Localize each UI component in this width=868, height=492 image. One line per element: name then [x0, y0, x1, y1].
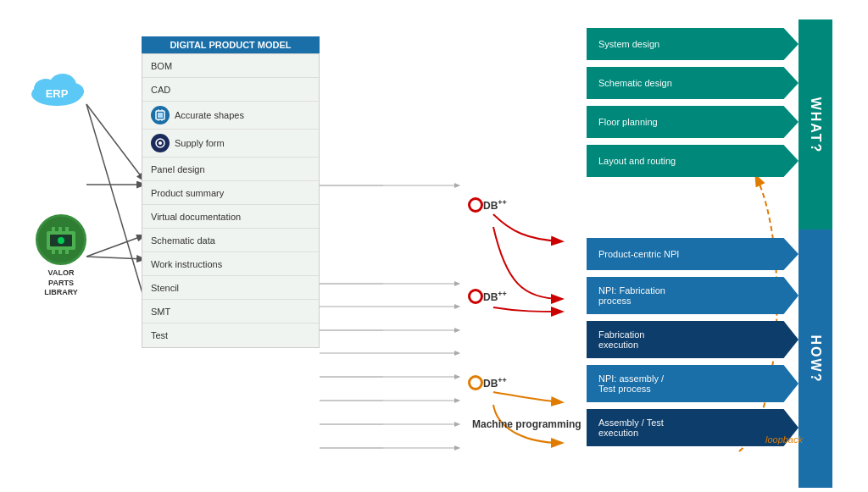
how-section: HOW? Product-centric NPI NPI: Fabricatio… — [570, 229, 832, 484]
svg-rect-30 — [58, 249, 62, 254]
dpm-item-bom: BOM — [142, 54, 319, 78]
dpm-list: BOM CAD — [142, 53, 320, 348]
what-btn-system-design: System design — [587, 28, 798, 60]
supply-form-icon — [151, 134, 170, 152]
npi-assembly-label: NPI: assembly /Test process — [598, 373, 664, 394]
valor-svg — [40, 218, 82, 261]
machine-programming: Machine programming — [472, 417, 581, 432]
dpm-section: DIGITAL PRODUCT MODEL BOM CAD — [142, 36, 320, 348]
svg-rect-29 — [52, 249, 55, 254]
dpm-item-product-summary: Product summary — [142, 181, 319, 205]
what-btn-layout-routing: Layout and routing — [587, 145, 798, 177]
virtual-doc-label: Virtual documentation — [151, 212, 241, 222]
what-buttons: System design Schematic design Floor pla… — [587, 28, 798, 177]
bom-label: BOM — [151, 61, 172, 71]
layout-routing-label: Layout and routing — [598, 156, 676, 166]
svg-rect-31 — [65, 249, 69, 254]
schematic-data-label: Schematic data — [151, 235, 215, 246]
cloud-icon: ERP — [27, 62, 86, 108]
what-section: WHAT? System design Schematic design Flo… — [570, 19, 832, 229]
chip-icon — [154, 109, 166, 121]
cad-label: CAD — [151, 85, 170, 95]
erp-section: ERP — [27, 62, 86, 108]
what-label: WHAT? — [808, 97, 823, 154]
valor-icon — [36, 214, 86, 265]
product-summary-label: Product summary — [151, 188, 224, 198]
dpm-item-supply-form: Supply form — [142, 130, 319, 158]
work-instructions-label: Work instructions — [151, 259, 222, 269]
svg-point-41 — [159, 141, 162, 145]
smt-label: SMT — [151, 307, 170, 317]
npi-fab-label: NPI: Fabricationprocess — [598, 285, 665, 306]
diagram: ERP VALOR PARTS LIBRARY — [19, 11, 849, 481]
how-label: HOW? — [808, 334, 823, 383]
odb-label-3: DB++ — [468, 375, 507, 390]
dpm-item-panel-design: Panel design — [142, 158, 319, 181]
accurate-shapes-icon — [151, 106, 170, 124]
dpm-item-virtual-doc: Virtual documentation — [142, 205, 319, 229]
valor-label: VALOR PARTS LIBRARY — [44, 268, 78, 298]
loopback-label: loopback — [765, 434, 803, 445]
dpm-item-accurate-shapes: Accurate shapes — [142, 102, 319, 130]
test-label: Test — [151, 330, 168, 340]
dpm-item-schematic-data: Schematic data — [142, 229, 319, 252]
accurate-shapes-label: Accurate shapes — [175, 110, 244, 120]
odb-circle-2 — [468, 289, 483, 304]
fab-exec-label: Fabricationexecution — [598, 329, 644, 350]
dpm-item-stencil: Stencil — [142, 276, 319, 300]
how-btn-npi-assembly: NPI: assembly /Test process — [587, 365, 798, 402]
assembly-exec-label: Assembly / Testexecution — [598, 417, 664, 438]
floor-planning-label: Floor planning — [598, 117, 658, 127]
how-btn-npi: Product-centric NPI — [587, 238, 798, 270]
dpm-item-work-instructions: Work instructions — [142, 252, 319, 276]
schematic-design-label: Schematic design — [598, 78, 672, 88]
system-design-label: System design — [598, 39, 659, 49]
odb-text-2: DB++ — [483, 290, 507, 303]
svg-rect-39 — [158, 113, 163, 118]
svg-line-0 — [86, 104, 144, 180]
odb-circle-1 — [468, 197, 483, 213]
how-btn-npi-fab: NPI: Fabricationprocess — [587, 277, 798, 314]
how-buttons: Product-centric NPI NPI: Fabricationproc… — [587, 238, 798, 446]
odb-circle-3 — [468, 375, 483, 390]
dpm-title: DIGITAL PRODUCT MODEL — [142, 36, 320, 53]
dpm-item-test: Test — [142, 323, 319, 347]
how-btn-fab-exec: Fabricationexecution — [587, 321, 798, 358]
supply-form-label: Supply form — [175, 138, 225, 148]
dpm-item-smt: SMT — [142, 300, 319, 323]
main-container: ERP VALOR PARTS LIBRARY — [0, 0, 868, 492]
dpm-item-cad: CAD — [142, 78, 319, 102]
what-btn-schematic-design: Schematic design — [587, 67, 798, 99]
svg-rect-27 — [58, 227, 62, 232]
odb-text-3: DB++ — [483, 376, 507, 390]
svg-rect-26 — [52, 227, 55, 232]
svg-rect-28 — [65, 227, 69, 232]
odb-label-2: DB++ — [468, 289, 507, 304]
valor-section: VALOR PARTS LIBRARY — [23, 214, 99, 298]
how-label-bar: HOW? — [798, 229, 832, 488]
odb-text-1: DB++ — [483, 198, 507, 212]
what-label-bar: WHAT? — [798, 19, 832, 231]
svg-point-33 — [58, 237, 64, 244]
what-btn-floor-planning: Floor planning — [587, 106, 798, 138]
erp-text: ERP — [46, 87, 69, 100]
panel-design-label: Panel design — [151, 164, 205, 174]
odb-label-1: DB++ — [468, 197, 507, 213]
npi-label: Product-centric NPI — [598, 249, 679, 259]
supply-icon — [154, 137, 166, 149]
stencil-label: Stencil — [151, 283, 179, 293]
